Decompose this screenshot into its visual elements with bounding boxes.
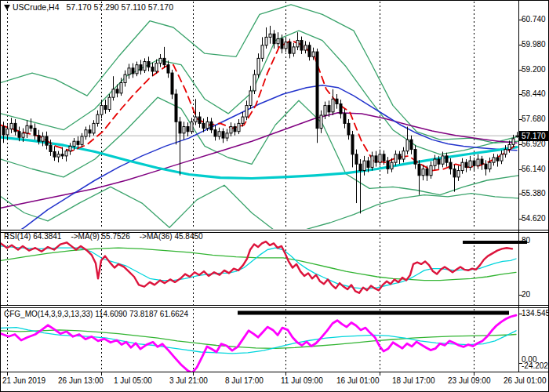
cfg-series-signal-cyan bbox=[1, 328, 516, 354]
candles bbox=[2, 26, 518, 213]
candle-body-down bbox=[316, 52, 318, 129]
candle-body-down bbox=[18, 132, 20, 137]
candle-body-down bbox=[34, 129, 36, 136]
candle-body-up bbox=[312, 52, 314, 56]
candle-body-up bbox=[81, 136, 83, 144]
candle-body-down bbox=[465, 162, 467, 167]
candle-body-up bbox=[42, 136, 44, 141]
candle-body-up bbox=[253, 74, 256, 91]
candle-body-down bbox=[281, 38, 283, 48]
rsi-ma9-label: ->MA(9) 55.7526 bbox=[71, 232, 129, 241]
symbol-period-label: USCrude,H4 bbox=[13, 2, 60, 12]
candle-body-down bbox=[104, 106, 107, 110]
time-axis-label: 11 Jul 09:00 bbox=[281, 376, 323, 385]
candle-body-up bbox=[269, 34, 271, 37]
candle-body-down bbox=[410, 140, 413, 149]
candle-body-up bbox=[159, 58, 162, 63]
candle-body-up bbox=[183, 127, 185, 133]
ohlc-values-label: 57.170 57.290 57.110 57.170 bbox=[67, 2, 173, 12]
candle-body-up bbox=[112, 89, 115, 97]
candle-body-up bbox=[57, 154, 60, 157]
rsi-panel[interactable] bbox=[1, 241, 516, 293]
chart-window: USCrude,H457.170 57.290 57.110 57.170 RS… bbox=[0, 0, 549, 392]
candle-body-down bbox=[171, 73, 173, 94]
cfg-panel[interactable] bbox=[1, 315, 516, 372]
candle-body-down bbox=[387, 161, 389, 169]
candle-body-down bbox=[116, 89, 118, 93]
price-axis-label: 58.440 bbox=[522, 89, 546, 99]
candle-body-up bbox=[65, 151, 67, 156]
candle-body-up bbox=[238, 123, 240, 131]
rsi-series-MA(36) bbox=[1, 248, 516, 280]
candle-body-up bbox=[124, 74, 126, 82]
candle-body-up bbox=[206, 122, 209, 128]
candle-body-down bbox=[175, 94, 177, 122]
rsi-series-RSI(14) bbox=[1, 241, 512, 293]
main-price-panel[interactable] bbox=[1, 5, 518, 242]
candle-body-up bbox=[261, 45, 264, 59]
candle-body-down bbox=[38, 136, 40, 141]
chart-title: USCrude,H457.170 57.290 57.110 57.170 bbox=[13, 2, 173, 12]
price-axis-label: 57.680 bbox=[522, 114, 546, 124]
candle-body-down bbox=[449, 162, 452, 169]
cfg-indicator-label: CFG_MO(14,3,9,3,13,33) 114.6090 73.8187 … bbox=[4, 310, 188, 318]
candle-body-down bbox=[383, 154, 385, 161]
candle-body-up bbox=[226, 133, 228, 138]
candle-body-down bbox=[398, 154, 401, 159]
candle-body-down bbox=[438, 159, 440, 164]
time-axis-label: 21 Jun 2019 bbox=[2, 376, 45, 385]
scroll-anchor-icon[interactable] bbox=[4, 5, 10, 10]
candle-body-up bbox=[73, 141, 75, 146]
chart-canvas[interactable] bbox=[1, 1, 549, 392]
candle-body-up bbox=[277, 38, 279, 43]
price-axis-label: 55.380 bbox=[522, 189, 546, 198]
candle-body-down bbox=[308, 45, 311, 57]
price-axis-label: 60.740 bbox=[522, 15, 546, 24]
time-axis-label: 16 Jul 01:00 bbox=[336, 376, 380, 385]
candle-body-down bbox=[418, 164, 420, 176]
candle-body-down bbox=[214, 130, 216, 136]
price-axis-label: 59.200 bbox=[522, 65, 546, 74]
candle-body-down bbox=[485, 164, 487, 169]
candle-body-up bbox=[96, 114, 99, 123]
candle-body-down bbox=[481, 159, 483, 164]
candle-body-down bbox=[45, 136, 48, 145]
candle-body-down bbox=[179, 122, 181, 133]
candle-body-up bbox=[434, 159, 436, 165]
candle-body-down bbox=[375, 156, 377, 162]
candle-body-down bbox=[359, 164, 362, 170]
candle-body-up bbox=[257, 58, 260, 74]
candle-body-up bbox=[93, 123, 95, 132]
candle-body-up bbox=[500, 154, 503, 161]
candle-body-up bbox=[504, 150, 507, 154]
candle-body-up bbox=[324, 106, 326, 115]
candle-body-down bbox=[355, 154, 358, 164]
candle-body-up bbox=[249, 91, 252, 106]
candle-body-down bbox=[273, 34, 275, 43]
candle-body-down bbox=[344, 114, 346, 123]
candle-body-down bbox=[347, 123, 350, 135]
time-axis-label: 18 Jul 17:00 bbox=[392, 376, 435, 385]
candle-body-down bbox=[340, 103, 342, 113]
candle-body-up bbox=[100, 106, 103, 115]
candle-body-up bbox=[6, 129, 9, 134]
cfg-series-CFG_MO bbox=[1, 315, 516, 372]
candle-body-up bbox=[379, 154, 381, 162]
time-axis-label: 3 Jul 21:00 bbox=[169, 376, 208, 385]
candle-body-down bbox=[473, 161, 475, 165]
candle-body-up bbox=[285, 42, 287, 49]
candle-body-up bbox=[218, 132, 220, 136]
candle-body-up bbox=[26, 125, 28, 133]
rsi-ma36-label: ->MA(36) 45.8450 bbox=[140, 232, 203, 241]
price-axis-label: 56.920 bbox=[522, 140, 546, 149]
candle-body-down bbox=[89, 130, 91, 133]
time-axis-label: 1 Jul 05:00 bbox=[114, 376, 152, 385]
candle-body-up bbox=[108, 97, 111, 109]
candle-body-down bbox=[202, 123, 205, 128]
candle-body-up bbox=[22, 133, 24, 137]
candle-body-up bbox=[320, 115, 322, 129]
cfg-axis-label: -24.2024 bbox=[522, 361, 549, 371]
candle-body-down bbox=[445, 156, 448, 162]
candle-body-up bbox=[489, 162, 491, 169]
candle-body-up bbox=[512, 139, 514, 144]
